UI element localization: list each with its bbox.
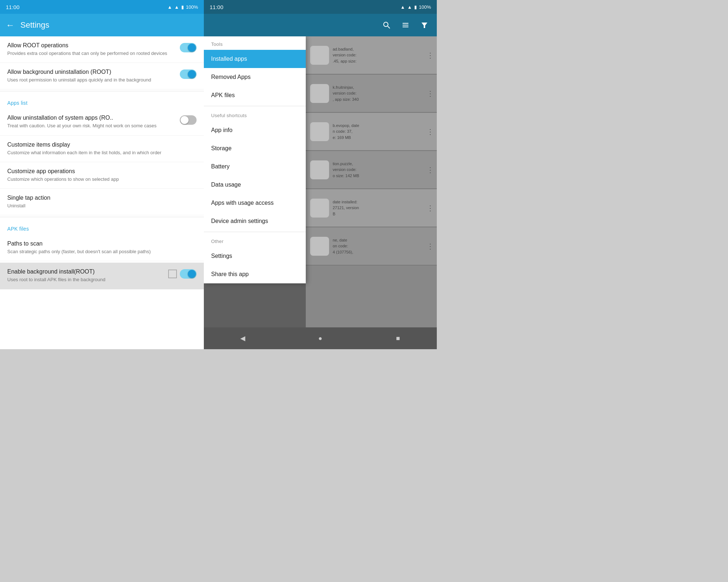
app-list-item-1[interactable]: ad.badland,version code:.45, app size: ⋮ [306, 36, 437, 75]
app-more-btn-4[interactable]: ⋮ [427, 166, 434, 174]
divider-2 [0, 217, 204, 217]
svg-line-1 [388, 26, 390, 28]
dropdown-divider-2 [204, 232, 306, 232]
setting-system-uninstall-title: Allow uninstallation of system apps (RO.… [7, 115, 174, 121]
app-info-3: b.evopop, daten code: 37,e: 169 MB [333, 123, 359, 141]
dropdown-divider-1 [204, 106, 306, 106]
dropdown-menu: Tools Installed apps Removed Apps APK fi… [204, 36, 306, 283]
setting-bg-install[interactable]: Enable background install(ROOT) Uses roo… [0, 263, 204, 289]
right-wifi-icon: ▲ [400, 4, 405, 10]
app-info-5: date installed:27121, versionB [333, 199, 359, 217]
app-list-item-2[interactable]: k.fruitninjax,version code:, app size: 3… [306, 75, 437, 113]
bg-install-subtitle: Uses root to install APK files in the ba… [7, 276, 162, 283]
divider-1 [0, 91, 204, 91]
dropdown-apps-usage-access[interactable]: Apps with usage access [204, 194, 306, 212]
setting-customize-ops[interactable]: Customize app operations Customize which… [0, 162, 204, 189]
search-button[interactable] [379, 17, 395, 33]
single-tap-subtitle: Uninstall [7, 203, 191, 209]
right-panel: 11:00 ▲ ▲ ▮ 100% [204, 0, 437, 349]
right-battery-icon: ▮ [414, 4, 417, 10]
setting-single-tap[interactable]: Single tap action Uninstall [0, 189, 204, 215]
setting-bg-uninstall[interactable]: Allow background uninstallation (ROOT) U… [0, 63, 204, 89]
right-status-bar: 11:00 ▲ ▲ ▮ 100% [204, 0, 437, 14]
customize-display-title: Customize items display [7, 141, 191, 148]
app-icon-3 [310, 122, 329, 141]
apps-list-area: ad.badland,version code:.45, app size: ⋮… [204, 36, 437, 327]
app-icon-6 [310, 237, 329, 256]
app-more-btn-3[interactable]: ⋮ [427, 127, 434, 136]
app-icon-5 [310, 199, 329, 218]
app-more-btn-5[interactable]: ⋮ [427, 204, 434, 212]
bg-uninstall-toggle[interactable] [180, 69, 197, 79]
dropdown-app-info[interactable]: App info [204, 121, 306, 139]
bg-install-toggle-knob [188, 270, 196, 278]
paths-scan-subtitle: Scan strategic paths only (faster, but d… [7, 248, 191, 255]
settings-toolbar: ← Settings [0, 14, 204, 36]
app-icon-4 [310, 160, 329, 179]
dropdown-device-admin[interactable]: Device admin settings [204, 212, 306, 230]
dropdown-storage[interactable]: Storage [204, 139, 306, 158]
dropdown-share-app[interactable]: Share this app [204, 265, 306, 283]
customize-ops-title: Customize app operations [7, 168, 191, 175]
right-battery-percent: 100% [419, 4, 431, 10]
right-time: 11:00 [210, 4, 223, 10]
app-more-btn-2[interactable]: ⋮ [427, 89, 434, 98]
filter-button[interactable] [397, 17, 414, 33]
dropdown-battery[interactable]: Battery [204, 158, 306, 176]
shortcuts-section-label: Useful shortcuts [204, 108, 306, 121]
setting-root-subtitle: Provides extra cool operations that can … [7, 50, 174, 57]
apk-files-section-header: APK files [0, 219, 204, 235]
system-uninstall-toggle-knob [181, 116, 189, 124]
bg-install-title: Enable background install(ROOT) [7, 268, 162, 275]
setting-system-uninstall[interactable]: Allow uninstallation of system apps (RO.… [0, 109, 204, 135]
dropdown-data-usage[interactable]: Data usage [204, 176, 306, 194]
customize-display-subtitle: Customize what information each item in … [7, 150, 191, 156]
bg-install-toggle[interactable] [180, 269, 197, 279]
right-signal-icon: ▲ [407, 4, 412, 10]
root-toggle-knob [188, 44, 196, 52]
app-list-item-3[interactable]: b.evopop, daten code: 37,e: 169 MB ⋮ [306, 113, 437, 151]
app-list-item-4[interactable]: tion.puzzle,version code:o size: 142 MB … [306, 151, 437, 189]
customize-ops-subtitle: Customize which operations to show on se… [7, 176, 191, 183]
apps-list-section-header: Apps list [0, 93, 204, 109]
right-status-icons: ▲ ▲ ▮ 100% [400, 4, 431, 10]
system-uninstall-toggle[interactable] [180, 115, 197, 125]
other-section-label: Other [204, 234, 306, 247]
setting-root-title: Allow ROOT operations [7, 42, 174, 49]
app-icon-2 [310, 84, 329, 103]
nav-home-button[interactable]: ● [314, 332, 326, 344]
nav-recent-button[interactable]: ■ [392, 332, 404, 344]
app-info-1: ad.badland,version code:.45, app size: [333, 46, 356, 64]
back-button[interactable]: ← [6, 20, 15, 30]
app-icon-1 [310, 46, 329, 65]
setting-customize-display[interactable]: Customize items display Customize what i… [0, 136, 204, 162]
app-list-item-6[interactable]: ne, dateon code:4 (107756), ⋮ [306, 227, 437, 266]
app-list-background: ad.badland,version code:.45, app size: ⋮… [306, 36, 437, 327]
bg-uninstall-toggle-knob [188, 70, 196, 78]
setting-root-operations[interactable]: Allow ROOT operations Provides extra coo… [0, 36, 204, 63]
left-status-icons: ▲ ▲ ▮ 100% [167, 4, 198, 10]
app-info-6: ne, dateon code:4 (107756), [333, 237, 353, 255]
tools-section-label: Tools [204, 36, 306, 50]
app-more-btn-1[interactable]: ⋮ [427, 51, 434, 60]
dropdown-settings[interactable]: Settings [204, 247, 306, 265]
app-list-item-5[interactable]: date installed:27121, versionB ⋮ [306, 189, 437, 227]
app-info-2: k.fruitninjax,version code:, app size: 3… [333, 84, 359, 103]
nav-back-button[interactable]: ◀ [237, 332, 249, 344]
root-toggle[interactable] [180, 43, 197, 52]
dropdown-installed-apps[interactable]: Installed apps [204, 50, 306, 68]
dropdown-apk-files[interactable]: APK files [204, 86, 306, 104]
setting-bg-uninstall-subtitle: Uses root permission to uninstall apps q… [7, 77, 174, 83]
app-more-btn-6[interactable]: ⋮ [427, 242, 434, 251]
settings-title: Settings [20, 20, 50, 30]
paths-scan-title: Paths to scan [7, 240, 191, 247]
battery-percent: 100% [186, 4, 198, 10]
dropdown-removed-apps[interactable]: Removed Apps [204, 68, 306, 86]
left-panel: 11:00 ▲ ▲ ▮ 100% ← Settings Allow ROOT o… [0, 0, 204, 349]
setting-paths-scan[interactable]: Paths to scan Scan strategic paths only … [0, 235, 204, 261]
right-toolbar [204, 14, 437, 36]
funnel-button[interactable] [416, 17, 432, 33]
left-status-bar: 11:00 ▲ ▲ ▮ 100% [0, 0, 204, 14]
setting-bg-uninstall-title: Allow background uninstallation (ROOT) [7, 69, 174, 75]
single-tap-title: Single tap action [7, 195, 191, 201]
